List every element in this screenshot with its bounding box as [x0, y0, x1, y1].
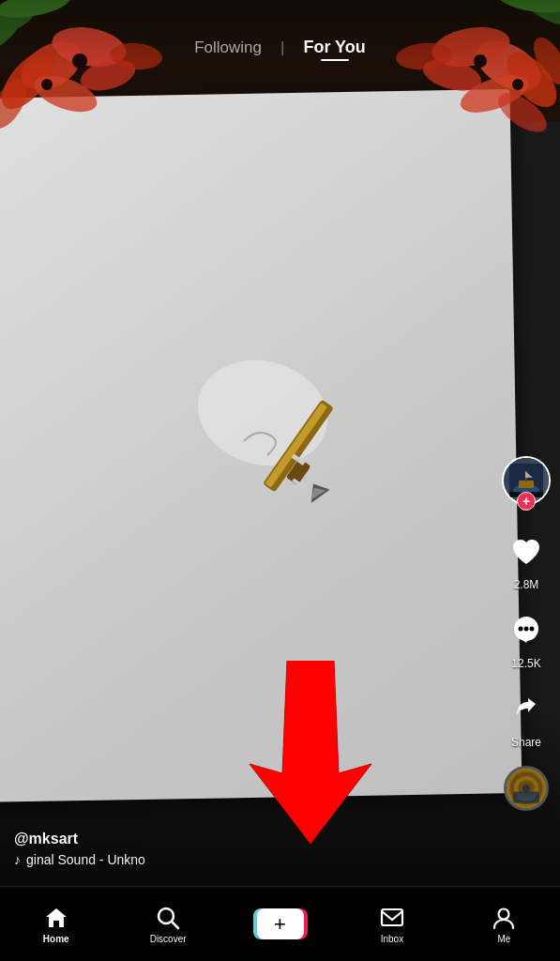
home-icon: [44, 905, 68, 931]
home-label: Home: [43, 934, 69, 944]
nav-home[interactable]: Home: [0, 905, 112, 944]
top-navigation: Following | For You: [0, 0, 560, 71]
discover-label: Discover: [150, 934, 187, 944]
svg-point-54: [499, 908, 509, 919]
sound-name: ginal Sound - Unkno: [26, 852, 145, 867]
video-info: @mksart ♪ ginal Sound - Unkno: [14, 831, 145, 867]
svg-point-23: [512, 79, 523, 90]
svg-point-42: [530, 627, 535, 632]
svg-point-48: [522, 785, 531, 793]
like-action[interactable]: 2.8M: [504, 529, 549, 591]
following-tab[interactable]: Following: [194, 38, 262, 57]
comment-action[interactable]: 12.5K: [504, 608, 549, 670]
sound-info[interactable]: ♪ ginal Sound - Unkno: [14, 852, 145, 867]
heart-icon[interactable]: [504, 529, 549, 574]
svg-line-52: [172, 922, 178, 928]
music-disc-action[interactable]: [504, 766, 549, 811]
share-icon[interactable]: [504, 687, 549, 732]
svg-point-11: [41, 79, 53, 90]
right-action-panel: + 2.8M 12.5K: [502, 456, 551, 811]
creator-username[interactable]: @mksart: [14, 831, 145, 847]
nav-discover[interactable]: Discover: [112, 905, 223, 944]
comment-count: 12.5K: [511, 657, 540, 670]
nav-me[interactable]: Me: [448, 905, 560, 944]
plus-icon: +: [274, 914, 286, 935]
svg-marker-32: [250, 661, 371, 844]
svg-rect-53: [382, 909, 402, 925]
pen-tool: [188, 357, 394, 529]
svg-point-40: [519, 627, 523, 632]
follow-plus-button[interactable]: +: [517, 492, 536, 511]
nav-inbox[interactable]: Inbox: [336, 905, 447, 944]
share-action[interactable]: Share: [504, 687, 549, 749]
creator-avatar[interactable]: +: [502, 456, 551, 505]
music-disc-icon[interactable]: [504, 766, 549, 811]
me-label: Me: [497, 934, 510, 944]
inbox-icon: [380, 905, 404, 931]
nav-create[interactable]: +: [224, 908, 336, 939]
red-arrow: [235, 661, 386, 848]
svg-point-50: [517, 793, 537, 801]
search-icon: [156, 905, 180, 931]
video-feed: Following | For You: [0, 0, 560, 961]
music-note-icon: ♪: [14, 852, 21, 867]
for-you-tab[interactable]: For You: [303, 38, 365, 57]
nav-divider: |: [280, 38, 284, 57]
svg-marker-43: [522, 639, 528, 643]
svg-point-41: [524, 627, 529, 632]
disc-inner: [507, 769, 546, 808]
share-label: Share: [511, 736, 541, 749]
comment-bubble-icon[interactable]: [504, 608, 549, 653]
bottom-navigation: Home Discover +: [0, 886, 560, 961]
like-count: 2.8M: [514, 578, 539, 591]
person-icon: [492, 905, 516, 931]
inbox-label: Inbox: [381, 934, 403, 944]
create-plus-button[interactable]: +: [257, 908, 304, 939]
